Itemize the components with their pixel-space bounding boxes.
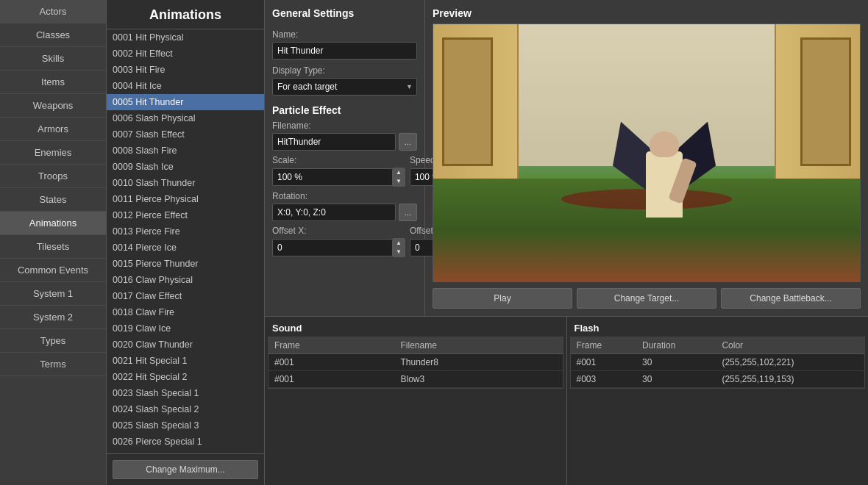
scale-label: Scale: [272,155,405,165]
sidebar-item-troops[interactable]: Troops [0,165,106,188]
list-title: Animations [107,0,264,29]
display-type-group: Display Type: For each targetFor one tar… [272,65,417,96]
window-left [442,37,494,166]
filename-dots-button[interactable]: ... [399,133,417,151]
sidebar-item-system1[interactable]: System 1 [0,282,106,306]
offset-x-input[interactable] [272,239,393,256]
change-maximum-button[interactable]: Change Maximum... [113,460,258,479]
list-item[interactable]: 0019 Claw Ice [107,320,264,337]
list-item[interactable]: 0020 Claw Thunder [107,337,264,353]
list-item[interactable]: 0008 Slash Fire [107,143,264,159]
sidebar-item-enemies[interactable]: Enemies [0,141,106,165]
list-item[interactable]: 0023 Slash Special 1 [107,385,264,401]
scale-spinner-btns: ▲ ▼ [393,168,405,187]
list-item[interactable]: 0012 Pierce Effect [107,207,264,223]
sidebar-item-skills[interactable]: Skills [0,47,106,71]
flash-row[interactable]: #00330(255,255,119,153) [571,371,865,388]
sidebar-item-animations[interactable]: Animations [0,212,106,235]
sound-panel: Sound FrameFilename#001Thunder8#001Blow3 [265,317,567,485]
scale-group: Scale: ▲ ▼ [272,155,405,187]
display-type-label: Display Type: [272,65,417,76]
flash-cell-frame: #003 [571,371,637,388]
sidebar: ActorsClassesSkillsItemsWeaponsArmorsEne… [0,0,107,485]
sidebar-item-actors[interactable]: Actors [0,0,106,24]
display-type-select[interactable]: For each targetFor one targetFor all tar… [272,78,417,96]
list-item[interactable]: 0003 Hit Fire [107,62,264,78]
change-target-button[interactable]: Change Target... [577,288,716,309]
sound-row[interactable]: #001Thunder8 [268,354,563,371]
play-button[interactable]: Play [433,288,572,309]
sound-col-frame: Frame [268,337,394,354]
offset-x-up-button[interactable]: ▲ [393,239,405,248]
list-item[interactable]: 0027 Pierce Special 2 [107,450,264,453]
sidebar-item-weapons[interactable]: Weapons [0,94,106,118]
list-item[interactable]: 0017 Claw Effect [107,288,264,304]
flash-cell-frame: #001 [571,354,637,371]
offset-x-group: Offset X: ▲ ▼ [272,226,405,257]
list-item[interactable]: 0024 Slash Special 2 [107,401,264,417]
list-item[interactable]: 0005 Hit Thunder [107,94,264,110]
character [620,100,708,218]
sidebar-item-tilesets[interactable]: Tilesets [0,235,106,259]
filename-input[interactable] [272,133,396,151]
sidebar-item-common-events[interactable]: Common Events [0,259,106,282]
flash-table-container: FrameDurationColor#00130(255,255,102,221… [570,337,866,389]
sidebar-item-items[interactable]: Items [0,71,106,94]
sidebar-item-system2[interactable]: System 2 [0,306,106,329]
list-item[interactable]: 0025 Slash Special 3 [107,417,264,434]
list-item[interactable]: 0013 Pierce Fire [107,223,264,240]
rotation-input[interactable] [272,204,396,221]
flash-panel: Flash FrameDurationColor#00130(255,255,1… [567,317,869,485]
scale-speed-group: Scale: ▲ ▼ Speed: [272,155,417,187]
list-item[interactable]: 0016 Claw Physical [107,272,264,288]
list-item[interactable]: 0022 Hit Special 2 [107,369,264,385]
sidebar-item-classes[interactable]: Classes [0,24,106,47]
list-item[interactable]: 0026 Pierce Special 1 [107,434,264,450]
offset-x-spinner-btns: ▲ ▼ [393,238,405,257]
offset-x-down-button[interactable]: ▼ [393,248,405,256]
list-item[interactable]: 0007 Slash Effect [107,126,264,143]
sidebar-item-types[interactable]: Types [0,329,106,353]
list-item[interactable]: 0011 Pierce Physical [107,191,264,207]
window-right [800,37,852,166]
flash-table: FrameDurationColor#00130(255,255,102,221… [571,337,865,388]
main-content: General Settings Name: Display Type: For… [265,0,868,485]
flash-col-frame: Frame [571,337,637,354]
sidebar-item-armors[interactable]: Armors [0,118,106,141]
name-label: Name: [272,29,417,40]
flash-cell-duration: 30 [636,371,716,388]
flash-col-duration: Duration [636,337,716,354]
list-item[interactable]: 0010 Slash Thunder [107,175,264,191]
offset-group: Offset X: ▲ ▼ Offset Y: [272,226,417,257]
sound-row[interactable]: #001Blow3 [268,371,563,388]
list-item[interactable]: 0014 Pierce Ice [107,240,264,256]
sidebar-item-states[interactable]: States [0,188,106,212]
preview-panel: Preview [425,0,868,316]
list-footer: Change Maximum... [107,453,264,485]
rotation-dots-button[interactable]: ... [399,204,417,221]
flash-col-color: Color [716,337,864,354]
list-item[interactable]: 0018 Claw Fire [107,304,264,320]
preview-canvas[interactable] [433,24,861,282]
rotation-group: Rotation: ... [272,191,417,221]
list-item[interactable]: 0002 Hit Effect [107,46,264,62]
settings-panel: General Settings Name: Display Type: For… [265,0,425,316]
name-input[interactable] [272,42,417,60]
scale-input[interactable] [272,168,393,186]
list-item[interactable]: 0004 Hit Ice [107,78,264,94]
list-item[interactable]: 0009 Slash Ice [107,159,264,175]
list-item[interactable]: 0001 Hit Physical [107,29,264,46]
sound-cell-filename: Blow3 [394,371,562,388]
change-battleback-button[interactable]: Change Battleback... [721,288,861,309]
sound-title: Sound [265,317,566,337]
scale-down-button[interactable]: ▼ [393,177,405,186]
sidebar-item-terms[interactable]: Terms [0,353,106,376]
list-item[interactable]: 0006 Slash Physical [107,110,264,126]
list-item[interactable]: 0015 Pierce Thunder [107,256,264,272]
flash-row[interactable]: #00130(255,255,102,221) [571,354,865,371]
list-items: 0001 Hit Physical0002 Hit Effect0003 Hit… [107,29,264,453]
scale-up-button[interactable]: ▲ [393,168,405,177]
filename-label: Filename: [272,121,417,131]
sound-table: FrameFilename#001Thunder8#001Blow3 [268,337,563,388]
list-item[interactable]: 0021 Hit Special 1 [107,353,264,369]
